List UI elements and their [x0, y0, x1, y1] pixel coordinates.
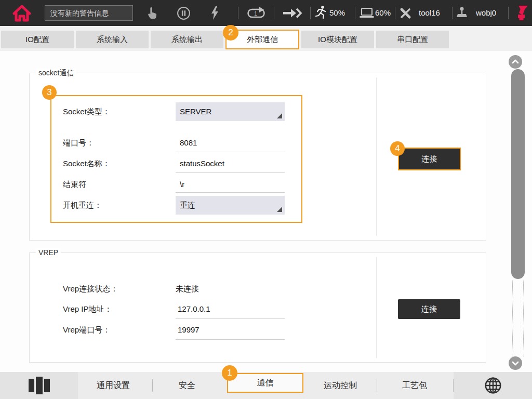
loop-once-icon: 1	[247, 6, 267, 20]
home-icon	[11, 3, 32, 23]
chevron-up-icon	[510, 56, 521, 68]
runner-icon	[315, 5, 328, 21]
config-tab-bar: IO配置 系统输入 系统输出 外部通信 IO模块配置 串口配置	[0, 26, 532, 51]
lightning-icon	[210, 6, 219, 20]
main-menu-button[interactable]	[0, 372, 78, 399]
warning-message-box[interactable]: 没有新的警告信息	[45, 5, 133, 21]
socket-group-title: socket通信	[36, 69, 76, 78]
vrep-port-input[interactable]: 19997	[178, 325, 200, 335]
divider	[152, 379, 153, 392]
top-status-bar: 没有新的警告信息 1	[0, 0, 532, 26]
speed-percentage: 50%	[329, 0, 345, 26]
divider	[310, 7, 311, 19]
divider	[355, 7, 355, 19]
divider	[395, 7, 395, 19]
group-divider	[376, 257, 377, 358]
controller-load-button[interactable]	[358, 0, 375, 26]
laptop-icon	[359, 7, 375, 19]
brand-logo	[513, 0, 529, 26]
menu-bars-icon	[27, 375, 51, 396]
tab-system-output[interactable]: 系统输出	[151, 31, 223, 48]
bottomtab-safety[interactable]: 安全	[156, 372, 218, 399]
vrep-status-value: 未连接	[176, 284, 199, 294]
pause-button[interactable]	[176, 0, 191, 26]
motor-power-button[interactable]	[208, 0, 221, 26]
tools-icon	[397, 5, 413, 21]
step-badge-1: 1	[222, 365, 237, 381]
divider	[274, 7, 274, 19]
run-mode-button[interactable]: 1	[246, 0, 267, 26]
manual-mode-button[interactable]	[144, 0, 160, 26]
workobject-select-button[interactable]	[454, 0, 470, 26]
joystick-icon	[455, 6, 469, 20]
step-badge-4: 4	[390, 141, 405, 156]
robot-arm-logo-icon	[514, 5, 528, 21]
bottomtab-process-package[interactable]: 工艺包	[383, 372, 446, 399]
input-underline	[176, 339, 285, 340]
svg-text:1: 1	[254, 10, 257, 17]
wobj-label: wobj0	[476, 0, 496, 26]
vrep-status-label: Vrep连接状态：	[63, 284, 118, 294]
bottomtab-general-settings[interactable]: 通用设置	[82, 372, 144, 399]
step-badge-2: 2	[223, 25, 238, 41]
divider	[452, 7, 453, 19]
socket-connect-button[interactable]: 连接	[398, 148, 461, 170]
robot-teach-pendant-screen: 没有新的警告信息 1	[0, 0, 532, 399]
step-mode-button[interactable]	[282, 0, 303, 26]
power-percentage: 60%	[375, 0, 391, 26]
divider	[238, 7, 238, 19]
step-forward-icon	[282, 6, 303, 20]
vrep-connect-button[interactable]: 连接	[398, 299, 460, 319]
hand-pointer-icon	[147, 6, 158, 20]
vrep-group-title: VREP	[36, 248, 61, 257]
vrep-ip-input[interactable]: 127.0.0.1	[178, 304, 210, 314]
tab-serial-config[interactable]: 串口配置	[376, 31, 449, 48]
chevron-down-icon	[510, 357, 521, 369]
socket-form-highlight	[50, 95, 302, 223]
language-globe-button[interactable]	[454, 372, 532, 399]
tab-io-module-config[interactable]: IO模块配置	[301, 31, 374, 48]
vrep-ip-label: Vrep IP地址：	[63, 304, 112, 314]
tab-io-config[interactable]: IO配置	[1, 31, 74, 48]
divider	[377, 379, 377, 392]
scrollbar-track[interactable]	[512, 281, 524, 356]
divider	[508, 7, 509, 19]
scroll-up-button[interactable]	[509, 55, 522, 69]
scroll-down-button[interactable]	[509, 356, 522, 370]
vrep-group: VREP Vrep连接状态： 未连接 Vrep IP地址： 127.0.0.1 …	[29, 252, 486, 363]
bottomtab-motion-control[interactable]: 运动控制	[309, 372, 371, 399]
tool-label: tool16	[419, 0, 440, 26]
bottomtab-communication[interactable]: 通信	[227, 373, 303, 393]
group-divider	[376, 77, 377, 236]
pause-icon	[177, 6, 191, 20]
socket-group: socket通信 Socket类型： SERVER 端口号： 8081 Sock…	[29, 73, 486, 241]
home-button[interactable]	[9, 0, 34, 26]
step-badge-3: 3	[42, 85, 57, 100]
speed-button[interactable]	[314, 0, 329, 26]
globe-icon	[483, 376, 503, 395]
tab-system-input[interactable]: 系统输入	[76, 31, 149, 48]
scrollbar-thumb[interactable]	[511, 69, 525, 279]
tool-select-button[interactable]	[397, 0, 414, 26]
vrep-port-label: Vrep端口号：	[63, 325, 110, 335]
input-underline	[176, 318, 285, 319]
